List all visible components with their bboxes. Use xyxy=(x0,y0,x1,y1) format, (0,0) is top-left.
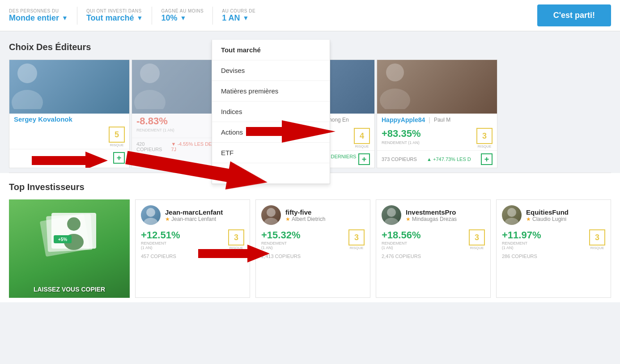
svg-point-21 xyxy=(264,218,278,225)
editor-card-4: HappyApple84 | Paul M +83.35% RENDEMENT … xyxy=(377,59,497,168)
filter-label-3: GAGNÉ AU MOINS xyxy=(161,8,204,13)
risk-label-inv-4: RISQUE xyxy=(590,246,604,250)
investor-risk-1: 3 RISQUE xyxy=(228,229,244,250)
investor-return-label-2: RENDEMENT xyxy=(261,241,300,245)
card-footer-4: 373 COPIEURS ▲ +747.73% LES D + xyxy=(377,150,497,168)
card-return-2: -8.83% xyxy=(136,115,174,127)
svg-point-13 xyxy=(67,217,81,231)
chevron-down-icon-1: ▼ xyxy=(62,14,68,21)
filter-val-2: Tout marché xyxy=(86,13,134,23)
divider-3 xyxy=(212,7,213,25)
add-button-4[interactable]: + xyxy=(481,153,493,165)
card-header-4: HappyApple84 | Paul M xyxy=(377,114,497,126)
filter-val-1: Monde entier xyxy=(9,13,59,23)
cest-parti-button[interactable]: C'est parti! xyxy=(537,4,611,26)
card-change-1: 9.71% LES DERNIERS 7J ) xyxy=(33,155,94,161)
investor-avatar-3 xyxy=(382,205,401,225)
dropdown-item-etf[interactable]: ETF xyxy=(212,143,330,163)
svg-point-7 xyxy=(386,63,404,81)
svg-point-4 xyxy=(134,90,166,109)
dropdown-item-actions[interactable]: Actions xyxy=(212,122,330,143)
card-return-4: +83.35% xyxy=(382,128,420,140)
card-username-1: Sergey Kovalonok xyxy=(9,114,129,125)
filter-select-gagne[interactable]: 10% ▼ xyxy=(161,13,204,23)
risk-label-3: RISQUE xyxy=(355,144,369,148)
investor-name-2: fifty-five xyxy=(285,208,325,216)
divider-1 xyxy=(77,7,77,25)
svg-point-17 xyxy=(146,208,155,217)
filter-select-cours[interactable]: 1 AN ▼ xyxy=(222,13,255,23)
divider-2 xyxy=(152,7,152,25)
dropdown-item-crypto[interactable]: Crypto xyxy=(212,163,330,184)
card-change-4: ▲ +747.73% LES D xyxy=(427,157,471,162)
investor-return-period-4: (1 AN) xyxy=(502,245,541,250)
investor-info-3: InvestmentsPro ★ Mindaugas Drezas xyxy=(406,208,457,222)
filter-select-marche[interactable]: Tout marché ▼ xyxy=(86,13,143,23)
investor-copiers-1: 457 COPIEURS xyxy=(141,254,244,259)
risk-badge-3: 4 xyxy=(354,128,370,144)
filter-group-marche: QUI ONT INVESTI DANS Tout marché ▼ Tout … xyxy=(86,8,143,23)
investor-risk-3: 3 RISQUE xyxy=(469,229,485,250)
risk-label-4: RISQUE xyxy=(478,144,492,148)
investor-copiers-4: 286 COPIEURS xyxy=(502,254,605,259)
risk-label-inv-1: RISQUE xyxy=(229,246,243,250)
promo-label: LAISSEZ VOUS COPIER xyxy=(9,285,130,293)
investor-name-3: InvestmentsPro xyxy=(406,208,457,216)
star-icon-3: ★ xyxy=(406,216,411,222)
card-fullname-4: Paul M xyxy=(434,117,450,123)
investor-info-1: Jean-marcLenfant ★ Jean-marc Lenfant xyxy=(165,208,223,222)
star-icon-1: ★ xyxy=(165,216,170,222)
svg-point-18 xyxy=(144,218,158,225)
top-investors-section: Top Investisseurs +5% xyxy=(0,173,620,302)
investor-stats-4: +11.97% RENDEMENT (1 AN) 3 RISQUE xyxy=(502,229,605,250)
investor-stats-1: +12.51% RENDEMENT (1 AN) 3 RISQUE xyxy=(141,229,244,250)
investor-realname-2: Albert Dietrich xyxy=(292,216,325,222)
dropdown-item-matieres[interactable]: Matières premières xyxy=(212,81,330,102)
risk-label-inv-2: RISQUE xyxy=(350,246,364,250)
investor-return-1: +12.51% xyxy=(141,229,180,241)
risk-label-1: RISQUE xyxy=(110,143,124,147)
filter-group-gagne: GAGNÉ AU MOINS 10% ▼ xyxy=(161,8,204,23)
investor-name-4: EquitiesFund xyxy=(526,208,569,216)
risk-badge-inv-2: 3 xyxy=(348,229,365,245)
svg-point-23 xyxy=(384,218,399,225)
top-cards-row: +5% LAISSEZ VOUS COPIER Jean-marcLenfant xyxy=(9,199,611,298)
investor-avatar-2 xyxy=(261,205,281,225)
card-footer-1: 9.71% LES DERNIERS 7J ) + xyxy=(9,149,129,166)
filter-select-monde[interactable]: Monde entier ▼ xyxy=(9,13,68,23)
investor-return-label-3: RENDEMENT xyxy=(382,241,420,245)
risk-badge-inv-3: 3 xyxy=(469,229,485,245)
card-image-1 xyxy=(9,60,129,114)
investor-card-3: InvestmentsPro ★ Mindaugas Drezas +18.56… xyxy=(376,199,491,298)
chevron-down-icon-3: ▼ xyxy=(180,14,186,21)
promo-image: +5% xyxy=(29,208,110,267)
add-button-1[interactable]: + xyxy=(113,152,125,164)
dropdown-item-indices[interactable]: Indices xyxy=(212,102,330,122)
dropdown-item-tout-marche[interactable]: Tout marché xyxy=(212,40,330,60)
investor-card-4: EquitiesFund ★ Claudio Lugini +11.97% RE… xyxy=(496,199,611,298)
dropdown-item-devises[interactable]: Devises xyxy=(212,60,330,81)
investor-header-3: InvestmentsPro ★ Mindaugas Drezas xyxy=(382,205,485,225)
risk-label-inv-3: RISQUE xyxy=(470,246,484,250)
add-button-3[interactable]: + xyxy=(358,153,370,165)
star-icon-2: ★ xyxy=(285,216,290,222)
svg-text:+5%: +5% xyxy=(58,237,67,242)
investor-risk-4: 3 RISQUE xyxy=(589,229,605,250)
svg-point-0 xyxy=(17,63,37,83)
market-dropdown: Tout marché Devises Matières premières I… xyxy=(212,40,330,184)
investor-info-4: EquitiesFund ★ Claudio Lugini xyxy=(526,208,569,222)
filter-group-monde: DES PERSONNES DU Monde entier ▼ xyxy=(9,8,68,23)
investor-info-2: fifty-five ★ Albert Dietrich xyxy=(285,208,325,222)
filter-label-2: QUI ONT INVESTI DANS xyxy=(86,8,143,13)
chevron-down-icon-2: ▼ xyxy=(137,14,143,21)
investor-realname-1: Jean-marc Lenfant xyxy=(171,216,216,222)
star-icon-4: ★ xyxy=(526,216,531,222)
promo-card: +5% LAISSEZ VOUS COPIER xyxy=(9,199,130,298)
investor-avatar-4 xyxy=(502,205,522,225)
investor-return-period-3: (1 AN) xyxy=(382,245,420,250)
filter-val-3: 10% xyxy=(161,13,177,23)
investor-return-label-1: RENDEMENT xyxy=(141,241,180,245)
card-stats-1: 5 RISQUE xyxy=(9,125,129,149)
risk-badge-4: 3 xyxy=(476,128,493,144)
risk-badge-inv-4: 3 xyxy=(589,229,605,245)
